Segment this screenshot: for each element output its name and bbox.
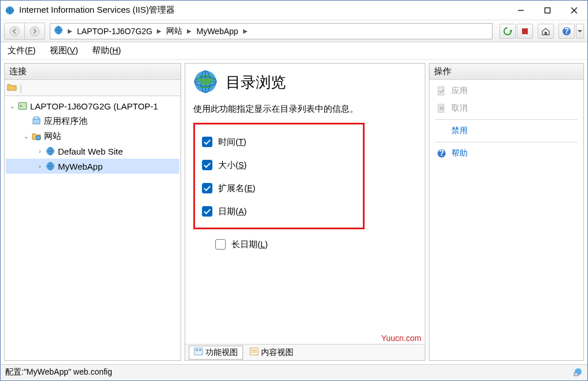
- help-button[interactable]: ?: [558, 24, 575, 39]
- nav-back-button[interactable]: [4, 23, 25, 40]
- svg-text:?: ?: [564, 27, 569, 35]
- address-bar[interactable]: ▶ LAPTOP-1J6O7G2G ▶ 网站 ▶ MyWebApp ▶: [50, 23, 493, 39]
- cancel-icon: [436, 104, 447, 113]
- refresh-button[interactable]: [499, 24, 516, 39]
- action-separator: [435, 142, 578, 142]
- home-button[interactable]: [538, 24, 554, 39]
- menu-help[interactable]: 帮助(H): [92, 45, 121, 56]
- tree-mywebapp[interactable]: › MyWebApp: [6, 159, 179, 174]
- action-disable[interactable]: 禁用: [429, 122, 583, 140]
- svg-point-15: [20, 105, 22, 107]
- breadcrumb-sites[interactable]: 网站: [166, 26, 182, 36]
- feature-panel: 目录浏览 使用此功能指定显示在目录列表中的信息。 时间(T) 大小(S) 扩展名…: [185, 63, 425, 361]
- tree-apppools[interactable]: 应用程序池: [6, 113, 179, 129]
- feature-description: 使用此功能指定显示在目录列表中的信息。: [193, 104, 417, 115]
- action-disable-label: 禁用: [451, 126, 468, 136]
- option-date[interactable]: 日期(A): [199, 200, 359, 223]
- option-size-label: 大小(S): [218, 160, 247, 171]
- stop-button[interactable]: [517, 24, 533, 39]
- expand-icon[interactable]: ›: [36, 148, 44, 155]
- menu-view[interactable]: 视图(V): [50, 45, 78, 56]
- menu-file[interactable]: 文件(F): [8, 45, 36, 56]
- chevron-right-icon: ▶: [241, 28, 250, 34]
- watermark: Yuucn.com: [381, 334, 421, 343]
- folder-icon[interactable]: [7, 82, 17, 93]
- collapse-icon[interactable]: ⌄: [8, 103, 16, 109]
- actions-header: 操作: [429, 64, 583, 80]
- tree-apppools-label: 应用程序池: [44, 116, 87, 127]
- tree-host-node[interactable]: ⌄ LAPTOP-1J6O7G2G (LAPTOP-1: [6, 98, 179, 113]
- tab-content-label: 内容视图: [261, 347, 293, 358]
- expand-icon[interactable]: ›: [36, 163, 44, 170]
- globe-icon: [54, 25, 63, 36]
- svg-point-18: [36, 135, 41, 140]
- tree-default-site-label: Default Web Site: [58, 146, 123, 156]
- close-button[interactable]: [561, 1, 587, 20]
- svg-rect-10: [522, 28, 528, 34]
- breadcrumb-app[interactable]: MyWebApp: [196, 27, 238, 36]
- actions-panel: 操作 应用 取消 禁用 ? 帮助: [429, 63, 584, 361]
- checkbox-longdate[interactable]: [215, 239, 226, 250]
- action-separator: [435, 119, 578, 120]
- connections-panel: 连接 | ⌄ LAPTOP-1J6O7G2G (LAPTOP-1 应用程序池 ⌄…: [4, 63, 181, 361]
- content-view-icon: [249, 347, 259, 357]
- checkbox-size[interactable]: [202, 160, 212, 170]
- checkbox-date[interactable]: [202, 206, 212, 217]
- svg-rect-3: [545, 8, 550, 13]
- action-cancel: 取消: [429, 100, 583, 117]
- highlighted-options: 时间(T) 大小(S) 扩展名(E) 日期(A): [193, 123, 365, 229]
- svg-rect-27: [196, 349, 198, 351]
- tab-features-label: 功能视图: [205, 347, 238, 358]
- chevron-right-icon: ▶: [155, 28, 164, 34]
- option-size[interactable]: 大小(S): [199, 153, 359, 177]
- option-extension[interactable]: 扩展名(E): [199, 177, 359, 200]
- site-globe-icon: [45, 162, 56, 171]
- option-extension-label: 扩展名(E): [218, 183, 255, 194]
- option-time[interactable]: 时间(T): [199, 130, 359, 153]
- tree-sites-label: 网站: [44, 131, 61, 142]
- svg-point-7: [30, 27, 39, 36]
- svg-rect-17: [34, 117, 39, 119]
- svg-text:?: ?: [439, 149, 444, 157]
- help-dropdown[interactable]: [576, 24, 584, 39]
- option-longdate[interactable]: 长日期(L): [193, 233, 365, 256]
- collapse-icon[interactable]: ⌄: [22, 133, 30, 140]
- sites-folder-icon: [31, 131, 42, 141]
- svg-rect-14: [19, 102, 27, 109]
- action-cancel-label: 取消: [451, 103, 468, 113]
- tree-host-label: LAPTOP-1J6O7G2G (LAPTOP-1: [30, 101, 158, 111]
- action-help-label: 帮助: [451, 148, 468, 159]
- features-view-icon: [194, 347, 203, 357]
- tree-sites[interactable]: ⌄ 网站: [6, 129, 179, 144]
- site-globe-icon: [45, 146, 56, 156]
- action-apply: 应用: [429, 82, 583, 100]
- checkbox-time[interactable]: [202, 137, 212, 147]
- dir-browsing-icon: [193, 69, 218, 96]
- checkbox-extension[interactable]: [202, 183, 212, 193]
- window-title: Internet Information Services (IIS)管理器: [19, 5, 508, 16]
- maximize-button[interactable]: [534, 1, 561, 20]
- help-icon: ?: [436, 149, 447, 158]
- breadcrumb-host[interactable]: LAPTOP-1J6O7G2G: [77, 27, 152, 36]
- tab-features-view[interactable]: 功能视图: [189, 346, 243, 360]
- connections-toolbar: |: [5, 80, 181, 96]
- apply-icon: [436, 86, 447, 96]
- tree-mywebapp-label: MyWebApp: [58, 162, 102, 171]
- svg-rect-11: [545, 32, 547, 35]
- iis-app-icon: [5, 6, 14, 15]
- option-date-label: 日期(A): [218, 206, 247, 217]
- chevron-right-icon: ▶: [65, 28, 75, 34]
- minimize-button[interactable]: [508, 1, 534, 20]
- option-longdate-label: 长日期(L): [231, 239, 268, 250]
- tab-content-view[interactable]: 内容视图: [244, 346, 299, 360]
- svg-rect-26: [194, 348, 203, 355]
- tree-default-site[interactable]: › Default Web Site: [6, 144, 179, 159]
- nav-forward-button[interactable]: [24, 23, 45, 40]
- server-icon: [17, 101, 28, 111]
- svg-rect-28: [199, 349, 201, 351]
- status-text: 配置:"MyWebApp" web.config: [5, 367, 112, 378]
- status-bar: 配置:"MyWebApp" web.config: [1, 364, 587, 380]
- action-help[interactable]: ? 帮助: [429, 145, 583, 162]
- svg-point-6: [10, 27, 19, 36]
- svg-rect-37: [574, 373, 578, 376]
